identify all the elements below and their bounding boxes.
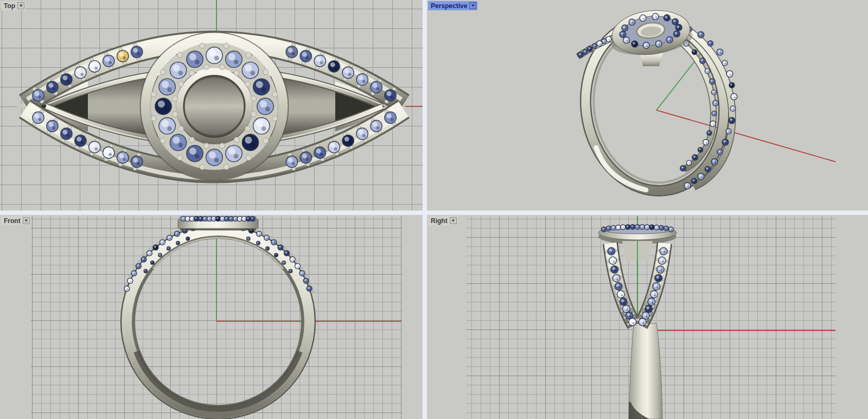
ring-head-perspective xyxy=(608,6,694,59)
viewport-perspective[interactable]: Perspective ▼ xyxy=(427,0,868,211)
ring-model-right-view[interactable] xyxy=(598,224,676,419)
viewport-menu-arrow-icon[interactable]: ▼ xyxy=(23,217,30,224)
front-view-canvas xyxy=(0,215,423,419)
ring-model-perspective-view[interactable] xyxy=(575,6,737,200)
viewport-title-top[interactable]: Top ▼ xyxy=(1,1,25,10)
viewport-splitter-vertical[interactable] xyxy=(423,0,427,419)
viewport-right[interactable]: Right ▼ xyxy=(427,215,868,419)
viewport-splitter-horizontal[interactable] xyxy=(0,211,868,215)
viewport-menu-arrow-icon[interactable]: ▼ xyxy=(469,2,476,9)
bezel-gems xyxy=(181,216,256,222)
top-view-canvas xyxy=(0,0,423,211)
viewport-title-label: Perspective xyxy=(431,2,467,10)
viewport-title-label: Front xyxy=(4,217,21,225)
perspective-axes xyxy=(656,48,835,162)
viewport-top[interactable]: Top ▼ xyxy=(0,0,423,211)
ring-model-front-view[interactable] xyxy=(121,216,315,419)
viewport-title-label: Right xyxy=(431,217,448,225)
perspective-view-canvas xyxy=(427,0,868,211)
viewport-title-label: Top xyxy=(4,2,15,10)
right-view-canvas xyxy=(427,215,868,419)
viewport-title-right[interactable]: Right ▼ xyxy=(428,216,458,225)
ring-model-top-view[interactable] xyxy=(16,33,406,180)
viewport-front[interactable]: Front ▼ xyxy=(0,215,423,419)
viewport-title-perspective[interactable]: Perspective ▼ xyxy=(428,1,477,10)
viewport-title-front[interactable]: Front ▼ xyxy=(1,216,31,225)
viewport-menu-arrow-icon[interactable]: ▼ xyxy=(450,217,457,224)
viewport-menu-arrow-icon[interactable]: ▼ xyxy=(17,2,24,9)
